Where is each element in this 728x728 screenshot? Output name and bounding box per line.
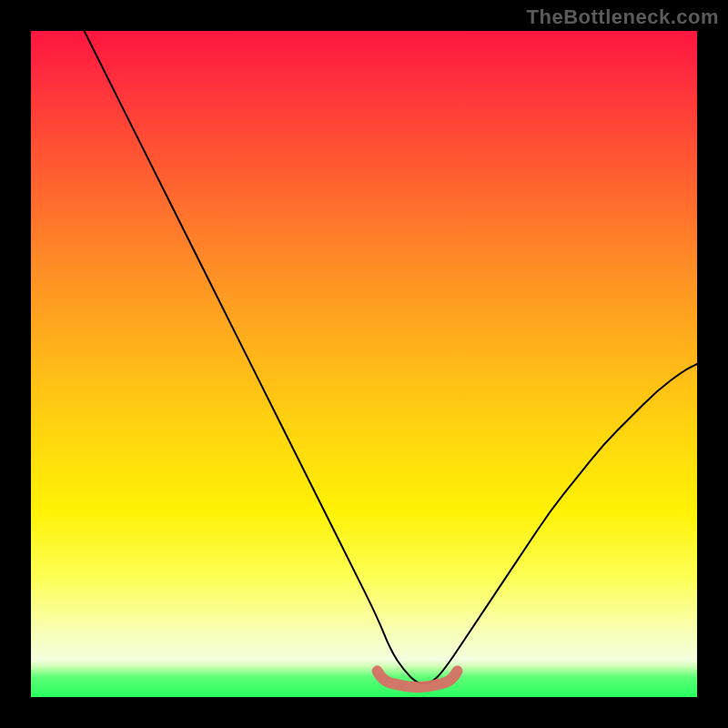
optimal-valley-marker — [378, 671, 458, 687]
watermark-text: TheBottleneck.com — [527, 5, 719, 29]
chart-frame: TheBottleneck.com — [0, 0, 728, 728]
bottleneck-curve — [85, 31, 697, 683]
chart-svg — [31, 31, 697, 697]
plot-area — [31, 31, 697, 697]
